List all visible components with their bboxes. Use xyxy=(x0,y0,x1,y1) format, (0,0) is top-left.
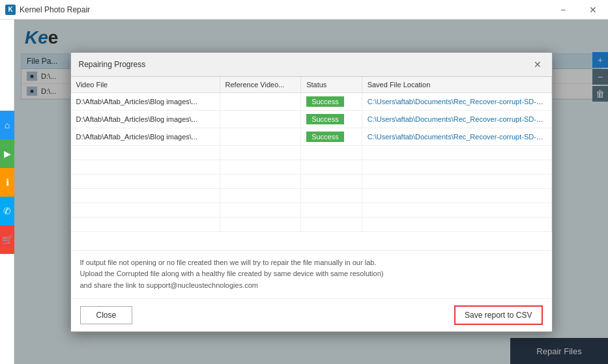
cell-ref-video xyxy=(220,110,301,128)
col-header-saved: Saved File Location xyxy=(362,77,551,93)
table-row: D:\Aftab\Aftab_Articles\Blog images\...S… xyxy=(71,110,552,128)
note-line2: Upload the Corrupted file along with a h… xyxy=(80,268,543,280)
col-header-video: Video File xyxy=(71,77,220,93)
dialog-footer: Close Save report to CSV xyxy=(71,298,552,331)
dialog-table-wrap: Video File Reference Video... Status Sav… xyxy=(71,77,552,250)
col-header-status: Status xyxy=(301,77,362,93)
cell-saved-location[interactable]: C:\Users\aftab\Documents\Rec_Recover-cor… xyxy=(362,110,551,128)
table-header-row: Video File Reference Video... Status Sav… xyxy=(71,77,552,93)
app-icon: K xyxy=(5,5,16,15)
table-row-empty xyxy=(71,174,552,188)
cell-status: Success xyxy=(301,128,362,145)
cell-status: Success xyxy=(301,92,362,110)
sidebar-item-phone[interactable]: ✆ xyxy=(0,197,14,225)
sidebar-item-cart[interactable]: 🛒 xyxy=(0,225,14,254)
table-row-empty xyxy=(71,145,552,160)
cell-ref-video xyxy=(220,128,301,145)
dialog-close-x-button[interactable]: ✕ xyxy=(531,58,544,71)
repairing-progress-dialog: Repairing Progress ✕ Video File Referenc… xyxy=(70,52,553,332)
main-content: Kee File Pa... ■ D:\... ■ D:\... + − 🗑 R… xyxy=(14,20,608,364)
table-row-empty xyxy=(71,160,552,174)
note-line1: If output file not opening or no file cr… xyxy=(80,257,543,269)
cell-saved-location[interactable]: C:\Users\aftab\Documents\Rec_Recover-cor… xyxy=(362,92,551,110)
cell-video-file: D:\Aftab\Aftab_Articles\Blog images\... xyxy=(71,110,220,128)
window-controls: − ✕ xyxy=(548,0,608,19)
sidebar-item-home[interactable]: ⌂ xyxy=(0,111,14,139)
sidebar-colored-icons: ⌂ ▶ ℹ ✆ 🛒 xyxy=(0,111,14,254)
sidebar-item-info[interactable]: ℹ xyxy=(0,168,14,197)
cell-video-file: D:\Aftab\Aftab_Articles\Blog images\... xyxy=(71,128,220,145)
table-row: D:\Aftab\Aftab_Articles\Blog images\...S… xyxy=(71,128,552,145)
table-row-empty xyxy=(71,217,552,231)
save-csv-button[interactable]: Save report to CSV xyxy=(454,305,542,325)
note-line3: and share the link to support@nucleustec… xyxy=(80,280,543,292)
cell-status: Success xyxy=(301,110,362,128)
dialog-title: Repairing Progress xyxy=(79,60,146,69)
title-bar: K Kernel Photo Repair − ✕ xyxy=(0,0,608,20)
cell-video-file: D:\Aftab\Aftab_Articles\Blog images\... xyxy=(71,92,220,110)
close-dialog-button[interactable]: Close xyxy=(80,306,133,324)
cell-saved-location[interactable]: C:\Users\aftab\Documents\Rec_Recover-cor… xyxy=(362,128,551,145)
minimize-button[interactable]: − xyxy=(548,0,578,20)
app-body: ⌂ ▶ ℹ ✆ 🛒 Kee File Pa... ■ D:\... ■ D:\.… xyxy=(0,20,608,364)
col-header-ref: Reference Video... xyxy=(220,77,301,93)
dialog-note: If output file not opening or no file cr… xyxy=(71,250,552,298)
table-row: D:\Aftab\Aftab_Articles\Blog images\...S… xyxy=(71,92,552,110)
cell-ref-video xyxy=(220,92,301,110)
table-row-empty xyxy=(71,203,552,217)
dialog-title-bar: Repairing Progress ✕ xyxy=(71,53,552,77)
app-title: Kernel Photo Repair xyxy=(20,5,90,14)
close-button[interactable]: ✕ xyxy=(578,0,608,20)
table-row-empty xyxy=(71,188,552,203)
results-table: Video File Reference Video... Status Sav… xyxy=(71,77,552,232)
sidebar-item-video[interactable]: ▶ xyxy=(0,139,14,168)
dialog-overlay: Repairing Progress ✕ Video File Referenc… xyxy=(14,20,608,364)
